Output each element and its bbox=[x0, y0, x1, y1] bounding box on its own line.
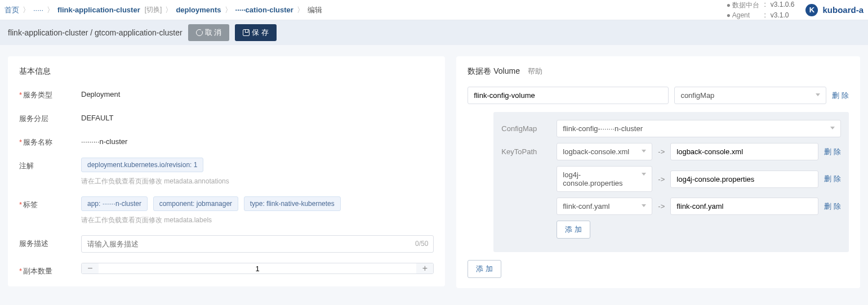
breadcrumb-home[interactable]: 首页 bbox=[5, 5, 19, 15]
platform-label: 数据中台 bbox=[732, 1, 759, 9]
breadcrumb-edit: 编辑 bbox=[308, 5, 322, 15]
brand-text: kuboard-a bbox=[822, 5, 863, 15]
volume-panel: 数据卷 Volume帮助 configMap 删 除 ConfigMap fli… bbox=[456, 56, 860, 288]
add-volume-button[interactable]: 添 加 bbox=[468, 260, 501, 278]
ktp-path-input[interactable] bbox=[670, 171, 818, 188]
breadcrumb-cluster[interactable]: ····· bbox=[33, 6, 43, 14]
row-description: 服务描述 0/50 bbox=[19, 235, 434, 253]
configmap-value: flink-config-·······n-cluster bbox=[563, 124, 643, 133]
ktp-row: log4j-console.properties -> 删 除 bbox=[501, 166, 841, 192]
ktp-key-value: log4j-console.properties bbox=[563, 171, 622, 187]
logo-icon: K bbox=[805, 4, 818, 16]
label-description: 服务描述 bbox=[19, 235, 81, 249]
ktp-key-select[interactable]: logback-console.xml bbox=[557, 143, 652, 160]
cancel-icon bbox=[196, 29, 203, 36]
label-tag-app[interactable]: app: ·······n-cluster bbox=[81, 196, 148, 211]
chevron-down-icon bbox=[830, 127, 835, 129]
ktp-row: flink-conf.yaml -> 删 除 bbox=[501, 198, 841, 215]
value-service-type: Deployment bbox=[81, 87, 434, 98]
value-service-name: ·········n-cluster bbox=[81, 134, 434, 146]
chevron-down-icon bbox=[642, 173, 646, 176]
chevron-right-icon: 〉 bbox=[297, 5, 304, 15]
platform-version: v3.1.0.6 bbox=[771, 1, 795, 10]
labels-hint: 请在工作负载查看页面修改 metadata.labels bbox=[81, 216, 434, 225]
agent-version: v3.1.0 bbox=[771, 11, 795, 19]
chevron-right-icon: 〉 bbox=[165, 5, 172, 15]
value-layer: DEFAULT bbox=[81, 110, 434, 122]
add-ktp-button[interactable]: 添 加 bbox=[557, 221, 590, 239]
cancel-label: 取 消 bbox=[205, 28, 222, 38]
annotation-tag[interactable]: deployment.kubernetes.io/revision: 1 bbox=[81, 158, 203, 172]
row-annotations: 注解 deployment.kubernetes.io/revision: 1 … bbox=[19, 158, 434, 186]
ktp-key-value: flink-conf.yaml bbox=[563, 202, 609, 210]
annotations-hint: 请在工作负载查看页面修改 metadata.annotations bbox=[81, 177, 434, 186]
stepper-increase[interactable]: + bbox=[416, 263, 433, 273]
breadcrumb-deploy-name[interactable]: ·····cation-cluster bbox=[235, 6, 293, 14]
arrow-icon: -> bbox=[658, 202, 665, 210]
basic-info-panel: 基本信息 *服务类型 Deployment 服务分层 DEFAULT *服务名称… bbox=[8, 56, 445, 286]
colon: : bbox=[764, 11, 765, 19]
ktp-path-input[interactable] bbox=[670, 143, 818, 160]
stepper-decrease[interactable]: − bbox=[82, 263, 99, 273]
ktp-key-select[interactable]: log4j-console.properties bbox=[557, 166, 652, 192]
configmap-row: ConfigMap flink-config-·······n-cluster bbox=[501, 120, 841, 137]
volume-delete[interactable]: 删 除 bbox=[832, 91, 849, 101]
label-replicas: *副本数量 bbox=[19, 263, 81, 276]
volume-row: configMap 删 除 bbox=[468, 87, 849, 104]
breadcrumb-bar: 首页 〉 ····· 〉 flink-application-cluster [… bbox=[0, 0, 868, 20]
row-layer: 服务分层 DEFAULT bbox=[19, 110, 434, 124]
save-button[interactable]: 保 存 bbox=[235, 24, 277, 41]
agent-label: Agent bbox=[732, 11, 750, 19]
chevron-down-icon bbox=[816, 93, 820, 96]
chevron-right-icon: 〉 bbox=[47, 5, 54, 15]
label-service-type: *服务类型 bbox=[19, 87, 81, 100]
chevron-down-icon bbox=[642, 204, 646, 207]
save-icon bbox=[243, 29, 250, 36]
volume-help[interactable]: 帮助 bbox=[528, 67, 542, 75]
replicas-stepper[interactable]: − + bbox=[81, 263, 434, 274]
arrow-icon: -> bbox=[658, 175, 665, 183]
ktp-label: KeyToPath bbox=[501, 147, 551, 156]
configmap-label: ConfigMap bbox=[501, 124, 551, 133]
save-label: 保 存 bbox=[252, 28, 269, 38]
breadcrumb-app[interactable]: flink-application-cluster bbox=[57, 6, 140, 14]
version-info: ● 数据中台 : v3.1.0.6 ● Agent : v3.1.0 bbox=[727, 1, 795, 19]
replicas-input[interactable] bbox=[99, 263, 416, 273]
row-replicas: *副本数量 − + bbox=[19, 263, 434, 276]
content: 基本信息 *服务类型 Deployment 服务分层 DEFAULT *服务名称… bbox=[0, 45, 868, 299]
label-annotations: 注解 bbox=[19, 158, 81, 171]
volume-name-input[interactable] bbox=[468, 87, 669, 104]
configmap-select[interactable]: flink-config-·······n-cluster bbox=[557, 120, 841, 137]
ktp-delete[interactable]: 删 除 bbox=[824, 201, 841, 212]
breadcrumb: 首页 〉 ····· 〉 flink-application-cluster [… bbox=[5, 5, 727, 15]
row-labels: *标签 app: ·······n-cluster component: job… bbox=[19, 196, 434, 225]
ktp-path-input[interactable] bbox=[670, 198, 818, 215]
arrow-icon: -> bbox=[658, 147, 665, 156]
chevron-right-icon: 〉 bbox=[23, 5, 30, 15]
title-bar: flink-application-cluster / gtcom-applic… bbox=[0, 20, 868, 45]
chevron-down-icon bbox=[642, 150, 646, 152]
ktp-key-value: logback-console.xml bbox=[563, 147, 629, 156]
cancel-button[interactable]: 取 消 bbox=[188, 24, 230, 41]
description-input[interactable] bbox=[81, 235, 434, 253]
colon: : bbox=[764, 1, 765, 10]
volume-type-select[interactable]: configMap bbox=[674, 87, 826, 104]
ktp-row: KeyToPath logback-console.xml -> 删 除 bbox=[501, 143, 841, 160]
ktp-delete[interactable]: 删 除 bbox=[824, 174, 841, 184]
description-count: 0/50 bbox=[415, 240, 428, 248]
ktp-key-select[interactable]: flink-conf.yaml bbox=[557, 198, 652, 215]
label-tag-type[interactable]: type: flink-native-kubernetes bbox=[244, 196, 341, 211]
brand-block: K kuboard-a bbox=[805, 4, 863, 16]
label-labels: *标签 bbox=[19, 196, 81, 210]
row-service-name: *服务名称 ·········n-cluster bbox=[19, 134, 434, 147]
volume-type-value: configMap bbox=[680, 91, 714, 100]
ktp-add-row: 添 加 bbox=[501, 221, 841, 239]
label-service-name: *服务名称 bbox=[19, 134, 81, 147]
basic-info-title: 基本信息 bbox=[19, 66, 434, 77]
row-service-type: *服务类型 Deployment bbox=[19, 87, 434, 100]
ktp-delete[interactable]: 删 除 bbox=[824, 147, 841, 157]
volume-config: ConfigMap flink-config-·······n-cluster … bbox=[493, 112, 849, 252]
label-tag-component[interactable]: component: jobmanager bbox=[153, 196, 238, 211]
breadcrumb-deployments[interactable]: deployments bbox=[176, 6, 221, 14]
switch-label[interactable]: [切换] bbox=[145, 5, 162, 15]
